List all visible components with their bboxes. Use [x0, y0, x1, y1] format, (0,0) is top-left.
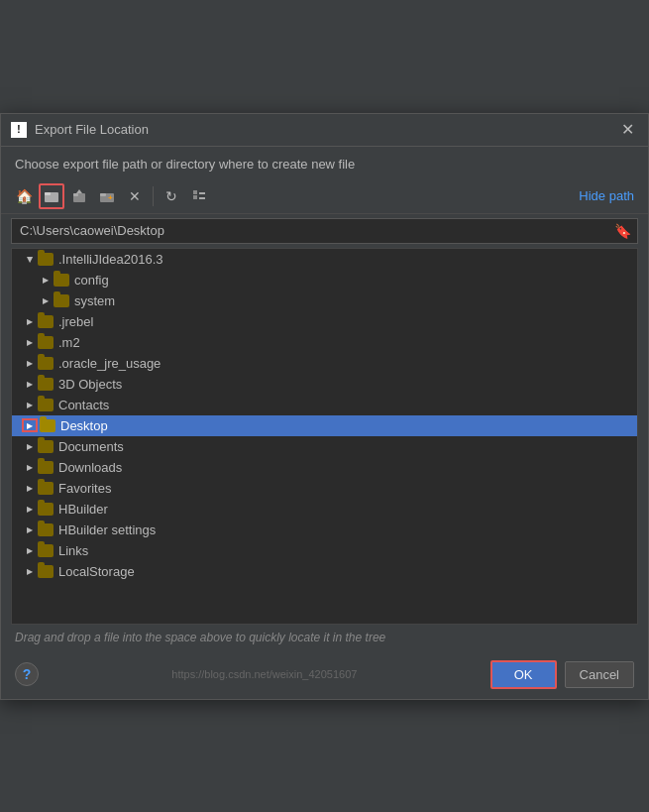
tree-arrow-hbuilder-settings: ▶ [22, 525, 38, 534]
nav-up-button[interactable] [66, 183, 92, 209]
tree-item-hbuilder[interactable]: ▶ HBuilder [12, 499, 637, 520]
title-bar-left: ! Export File Location [11, 122, 149, 138]
help-button[interactable]: ? [15, 662, 39, 686]
folder-icon-config [54, 274, 69, 287]
tree-item-3dobjects[interactable]: ▶ 3D Objects [12, 374, 637, 395]
dialog-description: Choose export file path or directory whe… [1, 147, 648, 179]
tree-item-localstorage[interactable]: ▶ LocalStorage [12, 561, 637, 582]
tree-arrow-desktop-highlight: ▶ [22, 418, 38, 432]
tree-arrow-localstorage: ▶ [22, 567, 38, 576]
toolbar: 🏠 + ✕ ↻ [1, 179, 648, 214]
tree-arrow-contacts: ▶ [22, 401, 38, 409]
folder-icon-system [54, 294, 69, 307]
folder-icon-desktop [40, 419, 55, 432]
tree-label-documents: Documents [58, 439, 124, 454]
tree-arrow-jrebel: ▶ [22, 317, 38, 326]
tree-label-downloads: Downloads [58, 460, 122, 475]
tree-label-config: config [74, 273, 109, 288]
tree-label-m2: .m2 [58, 335, 80, 350]
delete-button[interactable]: ✕ [122, 183, 148, 209]
tree-label-desktop: Desktop [60, 418, 108, 433]
tree-item-system[interactable]: ▶ system [12, 290, 637, 311]
tree-label-localstorage: LocalStorage [58, 564, 135, 579]
tree-arrow-favorites: ▶ [22, 484, 38, 493]
svg-rect-5 [100, 193, 106, 196]
tree-label-contacts: Contacts [58, 398, 109, 412]
tree-arrow-hbuilder: ▶ [22, 505, 38, 514]
svg-rect-3 [73, 193, 78, 196]
tree-arrow-oracle-jre: ▶ [22, 359, 38, 368]
tree-label-3dobjects: 3D Objects [58, 377, 122, 392]
folder-icon-hbuilder-settings [38, 523, 54, 536]
folder-icon-localstorage [38, 565, 54, 578]
folder-view-button[interactable] [39, 183, 64, 209]
tree-arrow-system: ▶ [38, 296, 54, 305]
path-input[interactable] [12, 219, 608, 242]
tree-label-links: Links [58, 543, 88, 558]
tree-item-jrebel[interactable]: ▶ .jrebel [12, 311, 637, 332]
toolbar-separator [153, 186, 154, 206]
svg-text:+: + [108, 193, 113, 202]
tree-label-jrebel: .jrebel [58, 314, 93, 329]
export-file-location-dialog: ! Export File Location ✕ Choose export f… [0, 113, 649, 700]
tree-arrow-intellijidea: ▶ [26, 251, 35, 267]
tree-arrow-config: ▶ [38, 276, 54, 285]
drag-hint: Drag and drop a file into the space abov… [1, 625, 648, 650]
bookmark-icon[interactable]: 🔖 [608, 219, 637, 243]
refresh-button[interactable]: ↻ [159, 183, 184, 209]
hide-path-button[interactable]: Hide path [575, 186, 638, 205]
svg-rect-9 [199, 192, 205, 194]
dialog-title: Export File Location [35, 122, 149, 137]
tree-label-hbuilder-settings: HBuilder settings [58, 522, 156, 537]
folder-icon-jrebel [38, 315, 54, 328]
tree-arrow-downloads: ▶ [22, 463, 38, 472]
cancel-button[interactable]: Cancel [565, 661, 634, 688]
tree-label-hbuilder: HBuilder [58, 502, 108, 517]
folder-icon-hbuilder [38, 503, 54, 516]
tree-item-hbuilder-settings[interactable]: ▶ HBuilder settings [12, 520, 637, 540]
tree-arrow-documents: ▶ [22, 442, 38, 451]
path-bar: 🔖 [11, 218, 638, 244]
folder-icon-3dobjects [38, 378, 54, 391]
tree-view-button[interactable] [186, 183, 212, 209]
tree-item-desktop[interactable]: ▶ Desktop [12, 415, 637, 436]
ok-button[interactable]: OK [490, 660, 557, 689]
svg-rect-8 [193, 195, 197, 199]
folder-icon-downloads [38, 461, 54, 474]
tree-item-m2[interactable]: ▶ .m2 [12, 332, 637, 353]
folder-icon-intellijidea [38, 253, 54, 266]
svg-rect-7 [193, 190, 197, 194]
footer: ? https://blog.csdn.net/weixin_42051607 … [1, 650, 648, 699]
close-button[interactable]: ✕ [617, 120, 638, 140]
new-folder-button[interactable]: + [94, 183, 120, 209]
tree-item-documents[interactable]: ▶ Documents [12, 436, 637, 457]
folder-icon-contacts [38, 399, 54, 411]
tree-label-intellijidea: .IntelliJIdea2016.3 [58, 252, 163, 267]
tree-arrow-links: ▶ [22, 546, 38, 555]
tree-item-oracle-jre[interactable]: ▶ .oracle_jre_usage [12, 353, 637, 374]
app-icon: ! [11, 122, 27, 138]
tree-item-config[interactable]: ▶ config [12, 270, 637, 290]
folder-icon-documents [38, 440, 54, 453]
home-button[interactable]: 🏠 [11, 183, 37, 209]
tree-item-links[interactable]: ▶ Links [12, 540, 637, 561]
tree-item-intellijidea[interactable]: ▶ .IntelliJIdea2016.3 [12, 249, 637, 270]
svg-rect-10 [199, 197, 205, 199]
tree-label-favorites: Favorites [58, 481, 111, 496]
tree-label-system: system [74, 293, 115, 308]
folder-icon-links [38, 544, 54, 557]
file-tree[interactable]: ▶ .IntelliJIdea2016.3 ▶ config ▶ system … [11, 248, 638, 625]
tree-item-downloads[interactable]: ▶ Downloads [12, 457, 637, 478]
tree-item-contacts[interactable]: ▶ Contacts [12, 395, 637, 415]
tree-label-oracle-jre: .oracle_jre_usage [58, 356, 161, 371]
svg-rect-1 [45, 192, 51, 195]
tree-arrow-m2: ▶ [22, 338, 38, 347]
folder-icon-favorites [38, 482, 54, 495]
tree-item-favorites[interactable]: ▶ Favorites [12, 478, 637, 499]
folder-icon-oracle-jre [38, 357, 54, 370]
tree-arrow-3dobjects: ▶ [22, 380, 38, 389]
watermark: https://blog.csdn.net/weixin_42051607 [47, 668, 483, 680]
folder-icon-m2 [38, 336, 54, 349]
title-bar: ! Export File Location ✕ [1, 114, 648, 147]
